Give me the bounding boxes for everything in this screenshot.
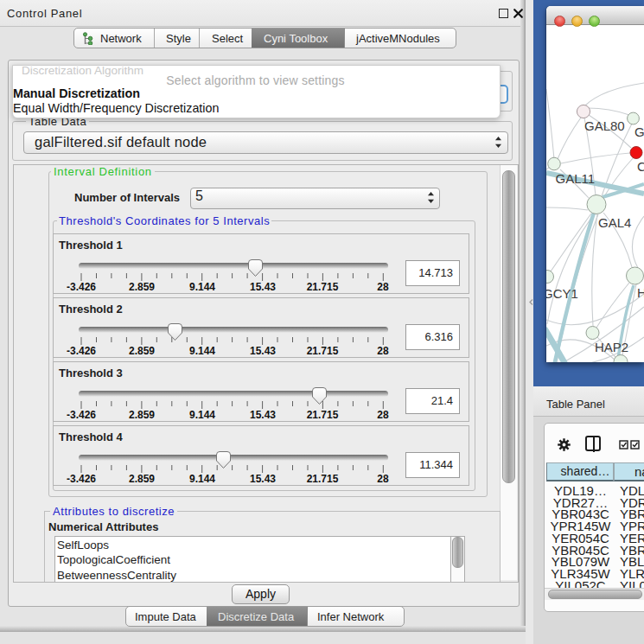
svg-text:GAL11: GAL11 [556,171,596,186]
svg-text:GAL4: GAL4 [598,215,631,230]
svg-text:HA: HA [637,285,644,300]
svg-text:GCY1: GCY1 [546,286,578,301]
svg-text:HAP2: HAP2 [595,340,628,354]
svg-text:GA: GA [634,124,644,139]
svg-text:CY: CY [637,159,644,174]
svg-text:GAL80: GAL80 [584,118,625,133]
